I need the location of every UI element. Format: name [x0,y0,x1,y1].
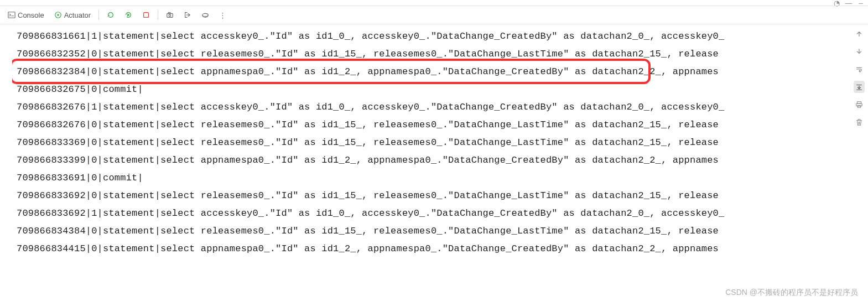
log-output: 709866831661|1|statement|select accesske… [12,24,850,261]
console-output-panel[interactable]: 709866831661|1|statement|select accesske… [12,24,850,301]
trash-icon [855,118,863,126]
printer-icon [855,101,863,108]
wrap-icon [855,65,863,73]
more-actions-button[interactable]: ⋮ [217,10,229,20]
window-titlebar: ◔ — – [0,0,868,6]
clear-button[interactable] [854,116,865,128]
terminal-icon [8,11,15,19]
svg-point-8 [202,13,209,16]
screenshot-button[interactable] [164,10,176,20]
stop-button[interactable] [140,10,152,20]
toolbar-divider [98,10,99,20]
log-line: 709866833692|0|statement|select releasem… [17,187,850,205]
log-line: 709866832384|0|statement|select appnames… [17,63,850,81]
print-button[interactable] [854,98,865,111]
console-tab[interactable]: Console [6,10,46,20]
rerun-play-icon [124,11,132,19]
console-tab-label: Console [18,11,44,19]
log-line: 709866832676|0|statement|select releasem… [17,116,850,134]
stop-icon [142,11,150,19]
log-line: 709866834415|0|statement|select appnames… [17,240,850,258]
coverage-button[interactable] [199,10,211,20]
svg-point-6 [169,14,171,17]
log-line: 709866834384|0|statement|select releasem… [17,222,850,240]
log-line: 709866832676|1|statement|select accesske… [17,98,850,116]
log-line: 709866833691|0|commit| [17,169,850,187]
log-line: 709866833399|0|statement|select appnames… [17,152,850,169]
actuator-icon [54,11,62,19]
svg-rect-5 [167,13,173,17]
svg-rect-4 [144,13,149,18]
scroll-end-icon [855,83,863,91]
gutter-blank [2,28,11,38]
log-line: 709866833369|0|statement|select releasem… [17,134,850,152]
scroll-up-button[interactable] [854,28,865,40]
svg-rect-11 [857,106,860,108]
log-line: 709866832675|0|commit| [17,81,850,98]
arrow-up-icon [855,30,863,38]
svg-point-2 [57,14,59,16]
actuator-tab-label: Actuator [64,11,91,19]
svg-marker-3 [127,13,129,16]
camera-icon [166,11,174,19]
actuator-tab[interactable]: Actuator [52,10,93,20]
arrow-down-icon [855,48,863,55]
ide-console-window: ◔ — – Console Actuator [0,0,868,301]
console-body: 709866831661|1|statement|select accesske… [0,24,868,301]
rerun-failed-button[interactable] [122,10,134,20]
log-line: 709866832352|0|statement|select releasem… [17,45,850,63]
soft-wrap-button[interactable] [854,63,865,75]
rerun-button[interactable] [105,10,117,20]
rerun-icon [107,11,115,19]
exit-icon [184,11,191,19]
log-line: 709866831661|1|statement|select accesske… [17,28,850,45]
coverage-icon [201,11,209,19]
svg-rect-0 [8,12,15,18]
left-gutter [0,24,12,301]
log-line: 709866833692|1|statement|select accesske… [17,205,850,222]
right-gutter [850,24,868,301]
console-toolbar: Console Actuator ⋮ [0,6,868,24]
exit-button[interactable] [181,10,194,20]
svg-rect-7 [169,13,171,14]
scroll-to-end-button[interactable] [854,81,865,93]
toolbar-divider-2 [158,10,158,20]
scroll-down-button[interactable] [854,45,865,58]
